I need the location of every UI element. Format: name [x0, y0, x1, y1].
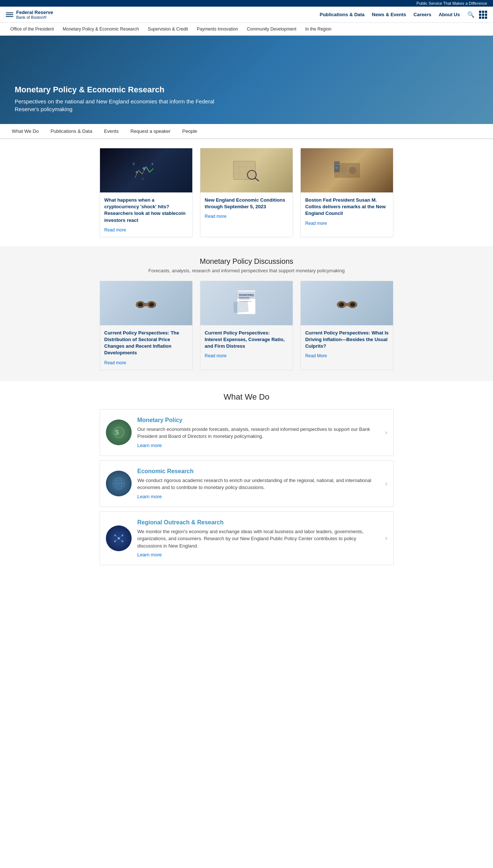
policy-document-icon: Current Policy Perspectives: [233, 288, 259, 318]
tab-events[interactable]: Events: [98, 124, 125, 139]
what-we-do-title: What We Do: [15, 392, 478, 402]
regional-outreach-icon: [106, 525, 132, 551]
mpc-card-2-image: Current Policy Perspectives: [200, 281, 293, 325]
card-council-read-more[interactable]: Read more: [305, 221, 327, 226]
svg-text:€: €: [142, 178, 144, 180]
subnav-supervision[interactable]: Supervision & Credit: [143, 23, 192, 35]
monetary-policy-discussions-section: Monetary Policy Discussions Forecasts, a…: [0, 246, 493, 381]
logo-line2: Bank of Boston®: [16, 15, 53, 20]
wwd-regional-text: Regional Outreach & Research We monitor …: [137, 519, 381, 558]
tab-what-we-do[interactable]: What We Do: [6, 124, 44, 139]
council-meeting-icon: NE COUNCIL: [332, 159, 362, 181]
svg-point-47: [351, 303, 354, 306]
subnav-payments[interactable]: Payments Innovation: [192, 23, 242, 35]
wwd-economic-text: Economic Research We conduct rigorous ac…: [137, 468, 381, 499]
subnav-community[interactable]: Community Development: [242, 23, 301, 35]
binoculars-icon: [135, 296, 157, 311]
top-bar: Public Service That Makes a Difference: [0, 0, 493, 7]
sub-nav: Office of the President Monetary Policy …: [0, 23, 493, 36]
subnav-office-president[interactable]: Office of the President: [6, 23, 58, 35]
chevron-right-icon-2: ›: [385, 480, 387, 488]
svg-line-1: [139, 170, 142, 174]
card-crypto-title: What happens when a cryptocurrency 'shoc…: [104, 197, 188, 224]
svg-point-19: [349, 167, 356, 174]
mpc-card-1: Current Policy Perspectives: The Distrib…: [100, 281, 193, 370]
wwd-economic-learn-more[interactable]: Learn more: [137, 494, 162, 499]
card-map-read-more[interactable]: Read more: [205, 214, 226, 219]
wwd-card-regional[interactable]: Regional Outreach & Research We monitor …: [100, 511, 394, 566]
hero-title: Monetary Policy & Economic Research: [15, 85, 235, 95]
svg-line-3: [146, 167, 150, 172]
mpc-card-3-read-more[interactable]: Read More: [305, 353, 327, 358]
subnav-monetary-policy[interactable]: Monetary Policy & Economic Research: [58, 23, 143, 35]
mpc-card-2-read-more[interactable]: Read more: [205, 353, 226, 358]
wwd-regional-desc: We monitor the region's economy and exch…: [137, 528, 381, 550]
mpc-heading: Monetary Policy Discussions: [6, 257, 487, 266]
wwd-monetary-title: Monetary Policy: [137, 417, 381, 424]
wwd-monetary-learn-more[interactable]: Learn more: [137, 443, 162, 448]
header: Federal Reserve Bank of Boston® Publicat…: [0, 7, 493, 23]
nav-news-events[interactable]: News & Events: [372, 12, 406, 17]
logo-line1: Federal Reserve: [16, 10, 53, 15]
header-icons: 🔍: [467, 11, 487, 19]
mpc-card-3-title: Current Policy Perspectives: What Is Dri…: [305, 330, 389, 350]
card-crypto: ₿ $ € What happens when a cryptocurrency…: [100, 148, 193, 237]
subnav-region[interactable]: In the Region: [301, 23, 336, 35]
mpc-card-1-title: Current Policy Perspectives: The Distrib…: [104, 330, 188, 357]
wwd-economic-desc: We conduct rigorous academic research to…: [137, 477, 381, 491]
card-crypto-read-more[interactable]: Read more: [104, 227, 126, 233]
nav-publications[interactable]: Publications & Data: [320, 12, 365, 17]
featured-cards-section: ₿ $ € What happens when a cryptocurrency…: [0, 139, 493, 246]
wwd-regional-title: Regional Outreach & Research: [137, 519, 381, 526]
map-magnify-icon: [232, 159, 261, 181]
svg-point-31: [150, 304, 151, 304]
card-map-image: [200, 148, 293, 192]
svg-rect-35: [239, 299, 250, 300]
what-we-do-cards: $ Monetary Policy Our research economist…: [100, 409, 394, 570]
mpc-card-3: Current Policy Perspectives: What Is Dri…: [300, 281, 393, 370]
svg-rect-45: [346, 303, 348, 306]
hero-subtitle: Perspectives on the national and New Eng…: [15, 98, 235, 113]
svg-text:$: $: [151, 162, 153, 166]
mpc-card-2-title: Current Policy Perspectives: Interest Ex…: [205, 330, 288, 350]
svg-point-49: [351, 304, 353, 304]
svg-point-18: [340, 167, 347, 174]
card-map-body: New England Economic Conditions through …: [200, 192, 293, 223]
hamburger-menu-icon[interactable]: [6, 13, 13, 17]
mpc-card-1-read-more[interactable]: Read more: [104, 360, 126, 365]
globe-icon: [111, 476, 126, 491]
binoculars-icon-2: [336, 296, 358, 311]
search-button[interactable]: 🔍: [467, 11, 475, 18]
nav-careers[interactable]: Careers: [414, 12, 431, 17]
wwd-monetary-text: Monetary Policy Our research economists …: [137, 417, 381, 448]
hero-section: Monetary Policy & Economic Research Pers…: [0, 36, 493, 124]
svg-point-28: [139, 303, 142, 306]
svg-point-30: [139, 304, 140, 304]
svg-line-16: [255, 178, 259, 181]
svg-text:₿: ₿: [133, 162, 135, 166]
mpc-card-1-image: [100, 281, 192, 325]
nav-about-us[interactable]: About Us: [439, 12, 460, 17]
tab-people[interactable]: People: [176, 124, 203, 139]
wwd-card-economic[interactable]: Economic Research We conduct rigorous ac…: [100, 460, 394, 507]
tab-request-speaker[interactable]: Request a speaker: [125, 124, 176, 139]
card-map-title: New England Economic Conditions through …: [205, 197, 288, 210]
grid-menu-button[interactable]: [479, 11, 487, 19]
featured-cards-grid: ₿ $ € What happens when a cryptocurrency…: [100, 148, 394, 237]
svg-rect-40: [233, 301, 249, 313]
tab-publications-data[interactable]: Publications & Data: [44, 124, 98, 139]
svg-point-48: [340, 304, 342, 304]
svg-text:Current Policy: Current Policy: [239, 294, 254, 296]
chevron-right-icon: ›: [385, 429, 387, 436]
svg-text:Perspectives: Perspectives: [239, 297, 250, 299]
wwd-regional-learn-more[interactable]: Learn more: [137, 552, 162, 557]
hero-content: Monetary Policy & Economic Research Pers…: [15, 85, 235, 113]
card-council-image: NE COUNCIL: [301, 148, 393, 192]
mpc-card-3-body: Current Policy Perspectives: What Is Dri…: [301, 325, 393, 363]
svg-point-46: [340, 303, 343, 306]
wwd-card-monetary[interactable]: $ Monetary Policy Our research economist…: [100, 409, 394, 456]
top-bar-text: Public Service That Makes a Difference: [417, 1, 487, 6]
mpc-card-2: Current Policy Perspectives Current Poli…: [200, 281, 293, 370]
economic-research-icon: [106, 471, 132, 496]
logo-area: Federal Reserve Bank of Boston®: [6, 10, 53, 20]
